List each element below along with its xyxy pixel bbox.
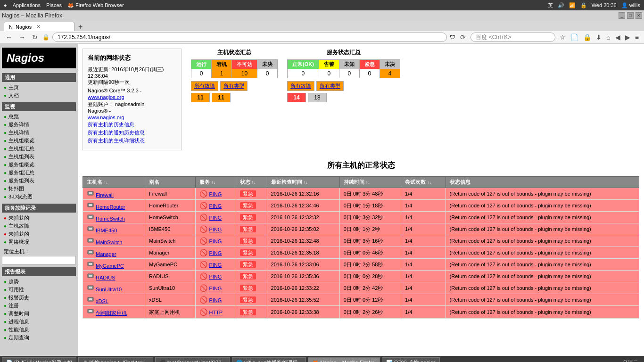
sidebar-item-3d[interactable]: ●3-D状态图 bbox=[2, 193, 76, 201]
host-link[interactable]: MainSwitch bbox=[96, 239, 122, 245]
sidebar-item-periodic-query[interactable]: ●定期查询 bbox=[2, 334, 76, 342]
col-hostname[interactable]: 主机名 ↑↓ bbox=[83, 177, 145, 188]
host-link[interactable]: IBME450 bbox=[96, 228, 117, 233]
host-type-link[interactable]: 所有类型 bbox=[220, 81, 248, 91]
col-attempts[interactable]: 尝试次数 ↑↓ bbox=[401, 177, 446, 188]
col-status[interactable]: 状态 ↑↓ bbox=[236, 177, 267, 188]
svc-warn-header[interactable]: 告警 bbox=[319, 60, 339, 69]
shield2-icon[interactable]: 🔒 bbox=[582, 33, 593, 41]
host-pending-header[interactable]: 未决 bbox=[257, 60, 278, 69]
sidebar-item-uncaptured2[interactable]: ●未捕获的 bbox=[2, 230, 76, 238]
taskbar-item-nagios-desktop[interactable]: 🖥 监控-nagios (~/Desktop/... bbox=[78, 357, 153, 362]
service-link[interactable]: HTTP bbox=[209, 310, 223, 315]
sidebar-item-docs[interactable]: ● 文档 bbox=[2, 91, 76, 99]
back-button[interactable]: ← bbox=[4, 33, 14, 41]
svc-fault-link[interactable]: 所有故障 bbox=[287, 81, 314, 91]
taskbar-item-firefox[interactable]: 🦊 Nagios – Mozilla Firefox bbox=[308, 357, 380, 362]
sidebar-item-topology[interactable]: ●拓扑图 bbox=[2, 185, 76, 193]
service-link[interactable]: PING bbox=[209, 286, 222, 291]
col-last-check[interactable]: 最近检查时间 ↑↓ bbox=[267, 177, 339, 188]
host-link[interactable]: RADIUS bbox=[96, 275, 116, 280]
service-link[interactable]: PING bbox=[209, 203, 222, 209]
taskbar-item-blog[interactable]: 🌐 willis_sun的博客管理后... bbox=[232, 357, 306, 362]
svc-unknown-header[interactable]: 未知 bbox=[339, 60, 359, 69]
col-service[interactable]: 服务 ↑↓ bbox=[196, 177, 236, 188]
search-input[interactable] bbox=[471, 33, 555, 42]
sidebar-item-hostgroup-overview[interactable]: ●主机组概览 bbox=[2, 137, 76, 145]
url-bar[interactable] bbox=[52, 33, 447, 42]
host-detail-link[interactable]: 所有主机的主机详细状态 bbox=[88, 137, 176, 144]
taskbar-item-monitor[interactable]: 📊 O722-监控-nagios bbox=[382, 357, 440, 362]
locate-host-input[interactable] bbox=[2, 256, 76, 264]
service-link[interactable]: PING bbox=[209, 239, 222, 244]
host-link[interactable]: SunUltra10 bbox=[96, 287, 122, 292]
nagios-org-link[interactable]: www.nagios.org bbox=[88, 94, 176, 100]
forward-button[interactable]: → bbox=[17, 33, 27, 41]
download-icon[interactable]: ⬇ bbox=[594, 33, 603, 41]
new-tab-button[interactable]: + bbox=[75, 23, 85, 31]
applications-menu[interactable]: Applications bbox=[13, 2, 41, 8]
nav-back-icon[interactable]: ◀ bbox=[614, 33, 622, 41]
sidebar-item-servicegroup-summary[interactable]: ●服务组汇总 bbox=[2, 169, 76, 177]
sidebar-item-servicegroup-list[interactable]: ●服务组列表 bbox=[2, 177, 76, 185]
host-history-link[interactable]: 所有主机的历史信息 bbox=[88, 121, 176, 128]
sidebar-item-host-detail[interactable]: ●主机详情 bbox=[2, 129, 76, 137]
svc-ok-header[interactable]: 正常(OK) bbox=[288, 60, 319, 69]
host-link[interactable]: MyGamePC bbox=[96, 263, 124, 269]
sidebar-item-home[interactable]: ● 主页 bbox=[2, 83, 76, 91]
host-link[interactable]: xDSL bbox=[96, 298, 108, 304]
col-duration[interactable]: 持续时间 ↑↓ bbox=[339, 177, 401, 188]
svc-type-link[interactable]: 所有类型 bbox=[316, 81, 344, 91]
service-link[interactable]: PING bbox=[209, 227, 222, 232]
sidebar-item-perf-info[interactable]: ●性能信息 bbox=[2, 326, 76, 334]
reload-button[interactable]: ⟳ bbox=[458, 33, 468, 41]
reader-icon[interactable]: 📄 bbox=[569, 33, 580, 41]
minimize-button[interactable]: _ bbox=[619, 12, 625, 19]
host-link[interactable]: Manager bbox=[96, 251, 116, 257]
host-link[interactable]: HomeSwitch bbox=[96, 216, 125, 222]
taskbar-item-terminal[interactable]: ⬛ root@server1:/mnt/O72... bbox=[155, 357, 230, 362]
svc-pending-header[interactable]: 未决 bbox=[380, 60, 400, 69]
service-link[interactable]: PING bbox=[209, 297, 222, 303]
host-link[interactable]: Firewall bbox=[96, 192, 114, 198]
service-link[interactable]: PING bbox=[209, 274, 222, 280]
sidebar-item-service-detail[interactable]: ●服务详情 bbox=[2, 121, 76, 129]
host-unreachable-header[interactable]: 不可达 bbox=[232, 60, 257, 69]
home-icon[interactable]: ⌂ bbox=[605, 33, 611, 41]
service-link[interactable]: PING bbox=[209, 250, 222, 256]
host-fault-link[interactable]: 所有故障 bbox=[191, 81, 218, 91]
sidebar-item-adjust-time[interactable]: ●调整时间 bbox=[2, 310, 76, 318]
service-link[interactable]: PING bbox=[209, 191, 222, 197]
places-menu[interactable]: Places bbox=[46, 2, 62, 8]
host-down-header[interactable]: 宕机 bbox=[212, 60, 232, 69]
sidebar-item-availability[interactable]: ●可用性 bbox=[2, 286, 76, 294]
sidebar-item-alarm-history[interactable]: ●报警历史 bbox=[2, 294, 76, 302]
col-info[interactable]: 状态信息 bbox=[446, 177, 639, 188]
host-link[interactable]: HomeRouter bbox=[96, 204, 125, 210]
service-link[interactable]: PING bbox=[209, 262, 222, 268]
sidebar-item-host-fault[interactable]: ●主机故障 bbox=[2, 222, 76, 230]
menu-icon[interactable]: ≡ bbox=[634, 33, 640, 41]
nav-fwd-icon[interactable]: ▶ bbox=[624, 33, 632, 41]
sidebar-item-process-info[interactable]: ●进程信息 bbox=[2, 318, 76, 326]
maximize-button[interactable]: □ bbox=[627, 12, 634, 19]
sidebar-item-network-overview[interactable]: ●网络概况 bbox=[2, 238, 76, 246]
host-link[interactable]: 创翊阳家用机 bbox=[96, 310, 127, 316]
tab-close-button[interactable]: ✕ bbox=[36, 24, 41, 30]
sidebar-item-hostgroup-summary[interactable]: ●主机组汇总 bbox=[2, 145, 76, 153]
bookmark-icon[interactable]: ☆ bbox=[558, 33, 567, 41]
sidebar-item-hostgroup-list[interactable]: ●主机组列表 bbox=[2, 153, 76, 161]
svc-critical-header[interactable]: 紧急 bbox=[359, 60, 380, 69]
taskbar-item-pdf[interactable]: 📄 [RHEL6+Nagios部署.pdf] bbox=[2, 357, 76, 362]
firefox-launcher[interactable]: 🦊 Firefox Web Browser bbox=[67, 2, 124, 8]
sidebar-item-trend[interactable]: ●趋势 bbox=[2, 278, 76, 286]
sidebar-item-uncaptured1[interactable]: ●未捕获的 bbox=[2, 214, 76, 222]
host-notify-history-link[interactable]: 所有主机的通知历史信息 bbox=[88, 129, 176, 136]
sidebar-item-register[interactable]: ●注册 bbox=[2, 302, 76, 310]
col-alias[interactable]: 别名 bbox=[145, 177, 196, 188]
browser-tab[interactable]: N Nagios ✕ bbox=[4, 22, 74, 31]
close-button[interactable]: ✕ bbox=[636, 12, 642, 19]
refresh-button[interactable]: ↻ bbox=[30, 33, 40, 41]
host-running-header[interactable]: 运行 bbox=[191, 60, 212, 69]
sidebar-item-servicegroup-overview[interactable]: ●服务组概览 bbox=[2, 161, 76, 169]
